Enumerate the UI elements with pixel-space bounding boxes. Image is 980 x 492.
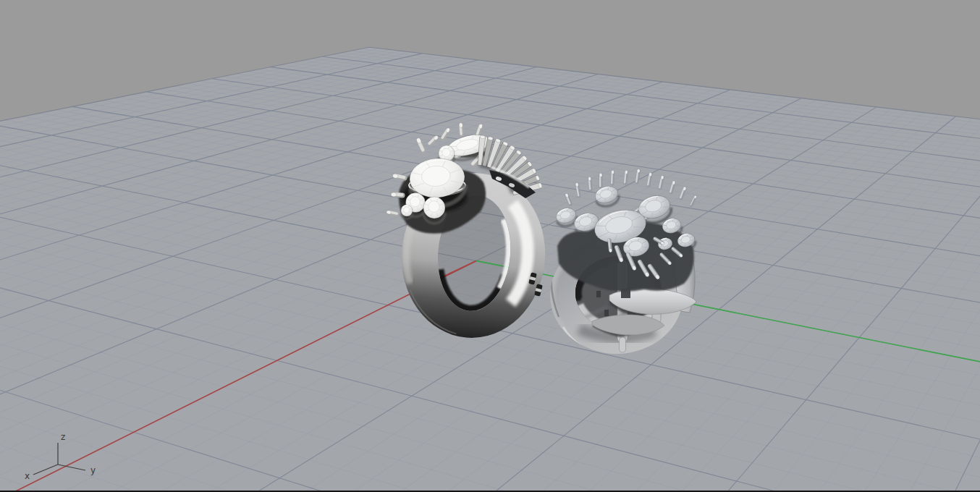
prong-cap — [599, 173, 602, 177]
stone-table — [410, 197, 420, 207]
ring-2-post-tip — [620, 337, 626, 352]
stone-table — [404, 207, 410, 213]
gizmo-y-label: y — [90, 465, 96, 475]
stone-table — [442, 148, 450, 156]
stone-table — [428, 201, 440, 213]
scene-canvas[interactable]: z x y — [0, 0, 980, 492]
prong-cap — [609, 248, 612, 253]
prong-cap — [625, 170, 628, 174]
prong-cap — [391, 192, 397, 197]
prong-cap — [459, 123, 462, 128]
gizmo-x-label: x — [25, 471, 30, 481]
prong-cap — [611, 170, 614, 174]
gizmo-z-label: z — [61, 432, 65, 442]
prong-highlight — [609, 239, 609, 250]
prong-cap — [588, 177, 591, 181]
cad-3d-viewport[interactable]: z x y — [0, 0, 980, 492]
